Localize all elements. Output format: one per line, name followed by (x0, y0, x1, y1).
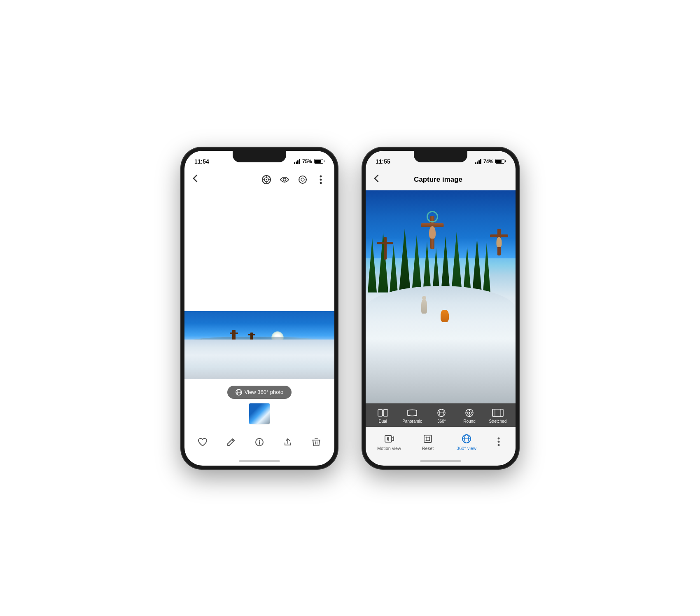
delete-button[interactable] (307, 433, 325, 451)
svg-point-5 (301, 178, 304, 181)
svg-point-6 (320, 175, 322, 177)
svg-point-42 (498, 441, 500, 443)
main-cross (430, 216, 434, 249)
view-modes-list: Dual Panoramic (366, 407, 516, 425)
pano-cross-1 (232, 330, 236, 340)
back-button-2[interactable] (374, 174, 379, 185)
toolbar-icons-1 (261, 174, 326, 185)
notch-2 (414, 151, 467, 162)
svg-point-43 (498, 444, 500, 446)
photo-view-area[interactable] (366, 190, 516, 403)
home-indicator-2 (366, 457, 516, 466)
svg-point-34 (426, 436, 427, 438)
time-2: 11:55 (376, 158, 390, 165)
panoramic-icon (407, 408, 418, 417)
svg-point-37 (429, 440, 430, 441)
view-mode-bar: Dual Panoramic (366, 403, 516, 427)
right-cross (497, 229, 501, 255)
svg-point-24 (469, 412, 470, 414)
360-view-icon (461, 433, 472, 445)
360-icon (436, 408, 447, 417)
orange-figure (441, 310, 449, 322)
white-space (184, 190, 334, 311)
back-button-1[interactable] (193, 174, 198, 185)
svg-point-4 (299, 176, 306, 183)
stretched-label: Stretched (489, 419, 506, 424)
view-mode-360[interactable]: 360° (430, 407, 453, 425)
round-icon (464, 408, 475, 417)
svg-point-35 (429, 436, 430, 438)
svg-rect-33 (424, 435, 432, 443)
svg-point-8 (320, 182, 322, 184)
battery-icon-1 (314, 159, 324, 164)
motion-view-icon (383, 433, 395, 445)
svg-point-3 (283, 178, 286, 181)
motion-view-button[interactable]: Motion view (377, 433, 401, 451)
phone1-content: View 360° photo (184, 190, 334, 428)
svg-point-36 (426, 440, 427, 441)
phone1-bottom-bar (184, 428, 334, 457)
view-360-label: View 360° photo (245, 389, 284, 395)
phone1-toolbar (184, 169, 334, 190)
phone2-screen: 11:55 74% (366, 151, 516, 466)
panoramic-image (184, 311, 334, 379)
heart-button[interactable] (194, 433, 212, 451)
reset-label: Reset (422, 446, 434, 451)
view-mode-round[interactable]: Round (458, 407, 481, 425)
phone2-bottom-bar: Motion view Reset (366, 427, 516, 457)
more-button[interactable] (493, 436, 504, 447)
battery-text-2: 74% (483, 159, 493, 164)
target-icon[interactable] (297, 174, 308, 185)
phone2-header: Capture image (366, 169, 516, 190)
more-icon[interactable] (315, 174, 326, 185)
phones-container: 11:54 75% (181, 148, 519, 469)
view360-container: View 360° photo (184, 379, 334, 428)
phone-1: 11:54 75% (181, 148, 338, 469)
status-icons-1: 75% (294, 159, 324, 164)
stretched-icon (492, 408, 503, 417)
signal-icon-2 (475, 159, 481, 164)
trees-bg (366, 229, 516, 293)
snow-ground (366, 286, 516, 403)
scan-icon[interactable] (261, 174, 272, 185)
360-view-button[interactable]: 360° view (454, 433, 479, 451)
dual-label: Dual (378, 419, 387, 424)
svg-point-14 (259, 440, 260, 441)
svg-point-7 (320, 178, 322, 180)
svg-point-2 (266, 179, 267, 180)
left-cross (384, 237, 387, 260)
battery-text-1: 75% (302, 159, 312, 164)
svg-rect-17 (378, 410, 383, 416)
view-360-button[interactable]: View 360° photo (227, 386, 292, 399)
360-label: 360° (437, 419, 446, 424)
status-icons-2: 74% (475, 159, 506, 164)
battery-icon-2 (495, 159, 506, 164)
360-view-label: 360° view (457, 446, 476, 451)
notch-1 (233, 151, 286, 162)
view-mode-dual[interactable]: Dual (371, 407, 394, 425)
statue-figure (421, 299, 427, 314)
signal-icon-1 (294, 159, 300, 164)
panoramic-label: Panoramic (402, 419, 422, 424)
home-indicator-1 (184, 457, 334, 466)
time-1: 11:54 (194, 158, 209, 165)
phone-2: 11:55 74% (362, 148, 519, 469)
motion-view-label: Motion view (377, 446, 401, 451)
round-label: Round (463, 419, 475, 424)
svg-rect-29 (492, 409, 503, 417)
eye-icon[interactable] (279, 174, 290, 185)
photo-thumbnail[interactable] (249, 403, 270, 424)
header-title: Capture image (414, 176, 462, 184)
share-button[interactable] (279, 433, 297, 451)
reset-button[interactable]: Reset (415, 433, 440, 451)
view-mode-stretched[interactable]: Stretched (485, 407, 510, 425)
info-button[interactable] (250, 433, 268, 451)
svg-point-41 (498, 438, 500, 440)
360-btn-icon (236, 389, 242, 396)
view-mode-panoramic[interactable]: Panoramic (399, 407, 425, 425)
dual-icon (378, 408, 388, 417)
svg-rect-32 (385, 436, 392, 442)
edit-button[interactable] (222, 433, 240, 451)
svg-rect-18 (383, 410, 388, 416)
reset-icon (422, 433, 434, 445)
